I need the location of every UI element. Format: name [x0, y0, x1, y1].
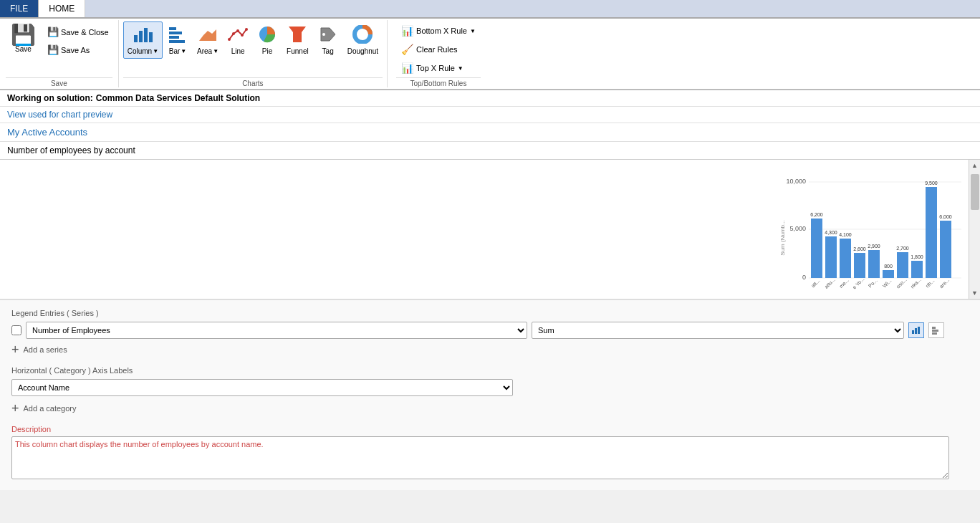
- series-checkbox[interactable]: [11, 325, 21, 335]
- view-link[interactable]: View used for chart preview: [0, 107, 980, 123]
- column-chart-icon: [133, 25, 153, 46]
- description-textarea[interactable]: This column chart displays the number of…: [11, 436, 949, 479]
- chart-doughnut-button[interactable]: Doughnut: [343, 21, 383, 59]
- svg-rect-40: [883, 270, 894, 278]
- svg-text:e Yo...: e Yo...: [852, 277, 865, 290]
- save-button[interactable]: 💾 Save: [6, 21, 41, 57]
- bar-dropdown-arrow[interactable]: ▼: [181, 48, 186, 54]
- svg-rect-5: [169, 32, 182, 34]
- series-row: Number of Employees Sum: [11, 322, 969, 339]
- legend-entries-label: Legend Entries ( Series ): [11, 309, 969, 317]
- svg-text:0: 0: [802, 274, 806, 281]
- save-close-button[interactable]: 💾 Save & Close: [44, 24, 112, 39]
- save-as-label: Save As: [61, 46, 90, 54]
- area-dropdown-arrow[interactable]: ▼: [213, 48, 218, 54]
- charts-group-label: Charts: [123, 77, 383, 87]
- column-label: Column: [128, 47, 152, 55]
- svg-point-12: [241, 34, 244, 37]
- save-icon: 💾: [11, 25, 36, 45]
- svg-point-11: [236, 29, 239, 32]
- solution-name: Common Data Services Default Solution: [96, 93, 260, 103]
- series-field-select[interactable]: Number of Employees: [26, 322, 527, 339]
- chart-area: 10,000 5,000 0 Sum (Numb... 6,200 att...…: [0, 160, 980, 299]
- chart-bar-button[interactable]: Bar ▼: [163, 21, 192, 59]
- svg-text:6,000: 6,000: [939, 214, 952, 219]
- tab-home[interactable]: HOME: [39, 0, 85, 17]
- category-field-select[interactable]: Account Name: [11, 379, 513, 396]
- vertical-scrollbar[interactable]: ▲ ▼: [969, 160, 980, 299]
- chart-tag-button[interactable]: Tag: [314, 21, 342, 59]
- svg-marker-8: [199, 29, 216, 41]
- funnel-chart-icon: [287, 25, 307, 46]
- save-label: Save: [15, 45, 32, 53]
- svg-marker-15: [289, 27, 306, 42]
- chart-type-column-icon[interactable]: [908, 322, 924, 338]
- svg-point-16: [322, 33, 325, 36]
- bottom-x-rule-icon: 📊: [401, 25, 413, 37]
- doughnut-chart-icon: [352, 25, 373, 46]
- chart-column-button[interactable]: Column ▼: [123, 21, 163, 59]
- top-x-rule-button[interactable]: 📊 Top X Rule ▼: [396, 60, 481, 76]
- description-label: Description: [11, 425, 969, 433]
- config-area: Legend Entries ( Series ) Number of Empl…: [0, 299, 980, 490]
- column-dropdown-arrow[interactable]: ▼: [153, 48, 158, 54]
- svg-text:att...: att...: [810, 278, 821, 289]
- svg-rect-56: [915, 328, 917, 334]
- chart-line-button[interactable]: Line: [224, 21, 252, 59]
- line-chart-icon: [228, 25, 248, 46]
- save-as-icon: 💾: [47, 44, 59, 55]
- save-close-label: Save & Close: [61, 28, 109, 37]
- svg-text:2,900: 2,900: [868, 244, 880, 249]
- chart-area-button[interactable]: Area ▼: [193, 21, 223, 59]
- topbottom-group-label: Top/Bottom Rules: [396, 77, 481, 87]
- clear-rules-button[interactable]: 🧹 Clear Rules: [396, 42, 481, 57]
- chart-funnel-button[interactable]: Funnel: [282, 21, 313, 59]
- tag-chart-icon: [318, 25, 338, 46]
- svg-rect-58: [932, 327, 936, 329]
- svg-text:800: 800: [884, 264, 893, 269]
- series-aggregation-select[interactable]: Sum: [532, 322, 904, 339]
- svg-text:Sum (Numb...: Sum (Numb...: [779, 220, 786, 255]
- top-x-rule-arrow: ▼: [458, 65, 463, 72]
- scroll-thumb[interactable]: [971, 174, 979, 210]
- svg-text:nka...: nka...: [910, 277, 922, 289]
- line-label: Line: [231, 47, 245, 55]
- add-series-label: Add a series: [24, 345, 67, 354]
- svg-rect-1: [139, 31, 143, 42]
- pie-label: Pie: [262, 47, 272, 55]
- chart-title-bar[interactable]: [0, 142, 980, 160]
- svg-point-13: [245, 28, 248, 31]
- svg-text:4,100: 4,100: [839, 232, 852, 237]
- svg-text:9,500: 9,500: [925, 181, 938, 186]
- area-label: Area: [197, 47, 212, 55]
- svg-text:rth...: rth...: [925, 278, 936, 289]
- chart-pie-button[interactable]: Pie: [253, 21, 282, 59]
- svg-rect-49: [926, 187, 937, 278]
- svg-text:Wi...: Wi...: [882, 278, 893, 289]
- svg-text:10,000: 10,000: [786, 178, 806, 185]
- svg-text:Po...: Po...: [868, 278, 878, 289]
- chart-type-other-icon[interactable]: [928, 322, 944, 338]
- svg-text:1,800: 1,800: [911, 254, 923, 259]
- view-name[interactable]: My Active Accounts: [0, 123, 980, 142]
- bar-label: Bar: [169, 47, 181, 55]
- bar-chart-icon: [168, 25, 188, 46]
- add-category-row[interactable]: + Add a category: [11, 402, 969, 415]
- save-as-button[interactable]: 💾 Save As: [44, 42, 112, 57]
- scroll-down-arrow[interactable]: ▼: [969, 287, 980, 299]
- top-x-rule-icon: 📊: [401, 62, 413, 74]
- svg-point-9: [228, 38, 231, 41]
- svg-rect-37: [868, 250, 880, 278]
- bottom-x-rule-button[interactable]: 📊 Bottom X Rule ▼: [396, 23, 481, 39]
- add-series-row[interactable]: + Add a series: [11, 343, 969, 356]
- scroll-up-arrow[interactable]: ▲: [969, 160, 980, 171]
- chart-title-input[interactable]: [7, 145, 973, 155]
- svg-rect-4: [169, 27, 176, 30]
- svg-rect-31: [840, 239, 851, 278]
- tag-label: Tag: [322, 47, 334, 55]
- svg-text:2,600: 2,600: [853, 246, 866, 251]
- clear-rules-icon: 🧹: [401, 44, 413, 55]
- svg-text:2,700: 2,700: [896, 246, 909, 251]
- tab-file[interactable]: FILE: [0, 0, 39, 17]
- pie-chart-icon: [257, 25, 277, 46]
